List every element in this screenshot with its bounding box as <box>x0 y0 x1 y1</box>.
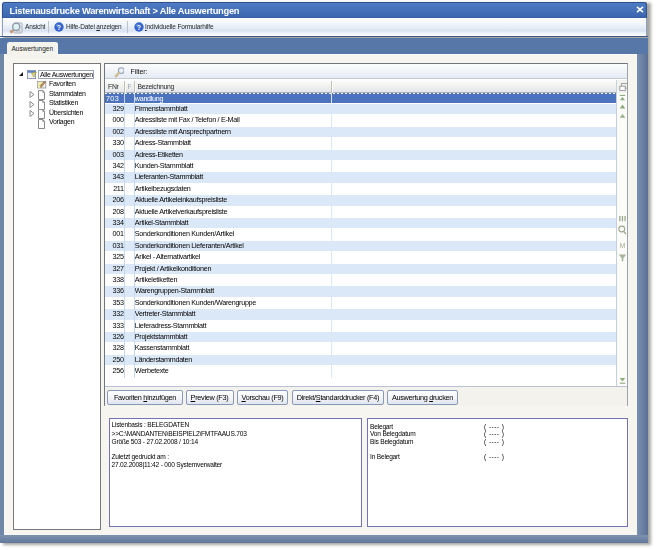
svg-text:M: M <box>620 241 625 248</box>
svg-text:?: ? <box>137 24 141 31</box>
svg-text:?: ? <box>57 24 61 31</box>
